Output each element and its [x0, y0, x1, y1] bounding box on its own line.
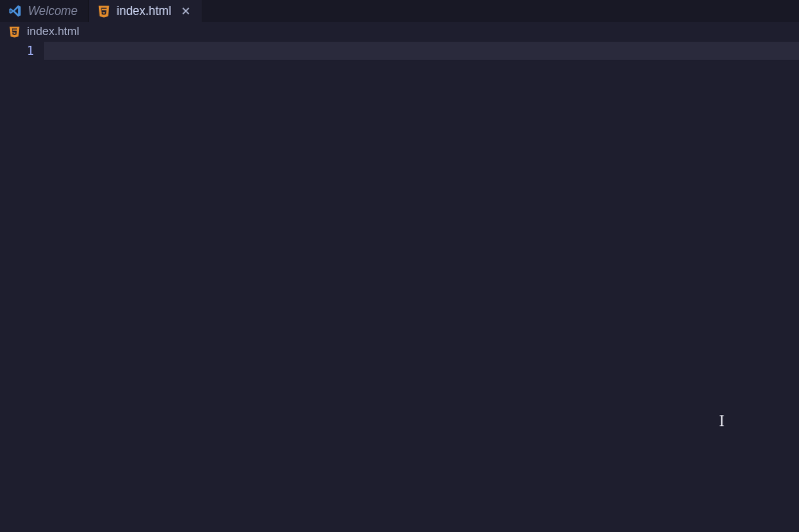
- tab-label: index.html: [117, 0, 172, 22]
- code-area[interactable]: [44, 40, 799, 532]
- vscode-icon: [8, 4, 22, 18]
- html-file-icon: [8, 25, 21, 38]
- editor: 1: [0, 40, 799, 532]
- breadcrumb[interactable]: index.html: [0, 22, 799, 40]
- html-file-icon: [97, 4, 111, 18]
- close-icon[interactable]: [180, 5, 192, 17]
- tab-index-html[interactable]: index.html: [89, 0, 203, 22]
- tab-label: Welcome: [28, 0, 78, 22]
- gutter: 1: [0, 40, 44, 532]
- breadcrumb-filename: index.html: [27, 25, 79, 37]
- current-line-highlight: [44, 42, 799, 60]
- tab-welcome[interactable]: Welcome: [0, 0, 89, 22]
- line-number[interactable]: 1: [0, 42, 34, 60]
- tab-bar: Welcome index.html: [0, 0, 799, 22]
